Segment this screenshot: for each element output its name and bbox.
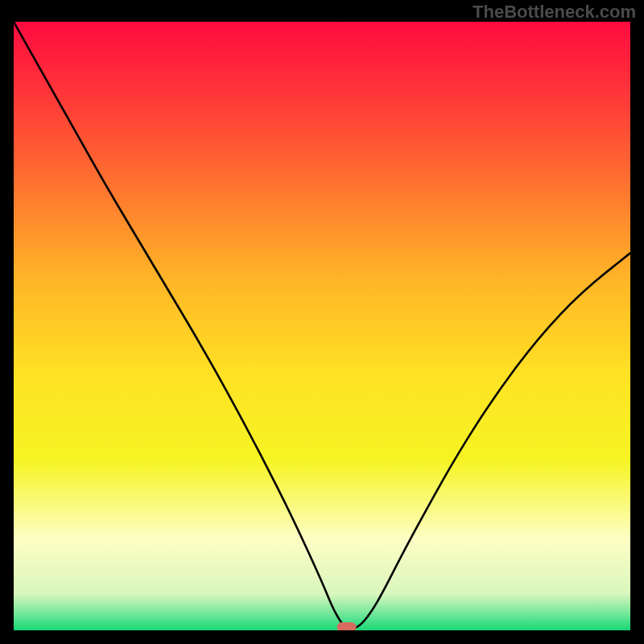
plot-area — [14, 22, 630, 630]
chart-container: TheBottleneck.com — [0, 0, 644, 644]
watermark-text: TheBottleneck.com — [473, 2, 636, 23]
chart-svg — [14, 22, 630, 630]
optimal-marker — [337, 622, 357, 630]
gradient-background — [14, 22, 630, 630]
